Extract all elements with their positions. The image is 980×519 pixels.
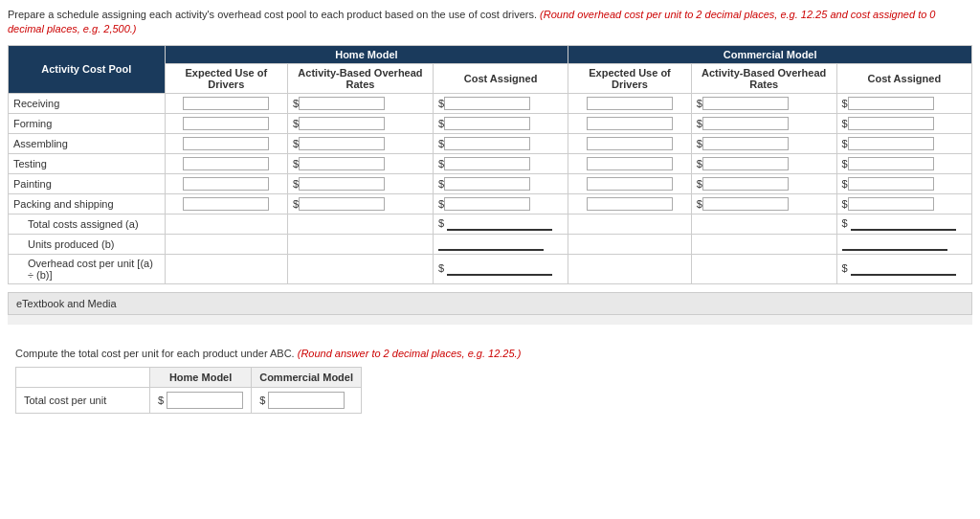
total-cost-per-unit-label: Total cost per unit (16, 387, 150, 413)
home-drivers-input-1[interactable] (183, 117, 269, 130)
home-cost-input-5[interactable] (444, 197, 530, 211)
activity-row-3: Testing$$$$ (9, 153, 972, 173)
comm-rate-input-4[interactable] (702, 177, 789, 191)
comm-rate-input-1[interactable] (702, 117, 789, 130)
overhead-cost-comm-input[interactable] (851, 262, 956, 276)
home-rate-input-1[interactable] (299, 117, 385, 130)
home-rate-input-0[interactable] (299, 97, 385, 110)
activity-row-5: Packing and shipping$$$$ (9, 193, 972, 214)
commercial-model-header: Commercial Model (568, 45, 972, 63)
comm-cost-input-1[interactable] (848, 117, 934, 130)
home-cost-input-1[interactable] (444, 117, 530, 130)
units-produced-home-input[interactable] (438, 237, 544, 251)
col-activity-header: Activity Cost Pool (9, 45, 166, 93)
total-costs-row: Total costs assigned (a) $ $ (9, 214, 972, 234)
comm-rate-input-0[interactable] (702, 97, 789, 110)
home-rate-input-2[interactable] (299, 137, 385, 150)
bottom-table: Home Model Commercial Model Total cost p… (15, 367, 362, 414)
etextbook-label: eTextbook and Media (16, 298, 117, 309)
total-costs-comm-input[interactable] (851, 217, 956, 231)
col-activity-rates-comm: Activity-Based Overhead Rates (691, 63, 836, 93)
home-cost-input-3[interactable] (444, 157, 530, 170)
comm-cost-input-5[interactable] (848, 197, 934, 211)
activity-label-3: Testing (9, 153, 166, 173)
instructions-text: Prepare a schedule assigning each activi… (8, 8, 972, 37)
comm-cost-input-3[interactable] (848, 157, 934, 170)
comm-drivers-input-4[interactable] (587, 177, 673, 191)
home-drivers-input-0[interactable] (183, 97, 269, 110)
etextbook-section: eTextbook and Media (8, 292, 972, 315)
units-produced-label: Units produced (b) (9, 234, 166, 254)
home-drivers-input-5[interactable] (183, 197, 269, 211)
home-cost-input-2[interactable] (444, 137, 530, 150)
home-rate-input-3[interactable] (299, 157, 385, 170)
home-cost-input-0[interactable] (444, 97, 530, 110)
total-costs-label: Total costs assigned (a) (9, 214, 166, 234)
home-drivers-input-4[interactable] (183, 177, 269, 191)
commercial-model-bottom-header: Commercial Model (252, 367, 362, 387)
activity-label-2: Assembling (9, 133, 166, 153)
home-model-bottom-header: Home Model (150, 367, 252, 387)
main-table: Activity Cost Pool Home Model Commercial… (8, 45, 972, 284)
comm-drivers-input-2[interactable] (587, 137, 673, 150)
units-produced-row: Units produced (b) (9, 234, 972, 254)
overhead-cost-label: Overhead cost per unit [(a) ÷ (b)] (9, 254, 166, 283)
comm-cost-input-0[interactable] (848, 97, 934, 110)
home-drivers-input-3[interactable] (183, 157, 269, 170)
section2-instructions: Compute the total cost per unit for each… (15, 348, 965, 359)
overhead-cost-home-input[interactable] (447, 262, 552, 276)
home-rate-input-4[interactable] (299, 177, 385, 191)
col-expected-drivers-home: Expected Use of Drivers (165, 63, 288, 93)
home-drivers-input-2[interactable] (183, 137, 269, 150)
activity-row-2: Assembling$$$$ (9, 133, 972, 153)
comm-cost-input-2[interactable] (848, 137, 934, 150)
total-cost-per-unit-row: Total cost per unit $ $ (16, 387, 362, 413)
activity-label-5: Packing and shipping (9, 193, 166, 214)
comm-drivers-input-0[interactable] (587, 97, 673, 110)
section2-red: (Round answer to 2 decimal places, e.g. … (298, 348, 522, 359)
home-rate-input-5[interactable] (299, 197, 385, 211)
overhead-cost-row: Overhead cost per unit [(a) ÷ (b)] $ $ (9, 254, 972, 283)
total-cost-comm-input[interactable] (268, 392, 345, 409)
activity-label-4: Painting (9, 173, 166, 193)
home-cost-input-4[interactable] (444, 177, 530, 191)
col-cost-assigned-comm: Cost Assigned (836, 63, 971, 93)
activity-row-1: Forming$$$$ (9, 113, 972, 133)
comm-rate-input-2[interactable] (702, 137, 789, 150)
activity-row-0: Receiving$$$$ (9, 93, 972, 113)
total-cost-home-input[interactable] (167, 392, 243, 409)
total-costs-home-input[interactable] (447, 217, 552, 231)
comm-drivers-input-3[interactable] (587, 157, 673, 170)
section2: Compute the total cost per unit for each… (8, 340, 972, 421)
col-activity-rates-home: Activity-Based Overhead Rates (288, 63, 434, 93)
activity-label-0: Receiving (9, 93, 166, 113)
activity-label-1: Forming (9, 113, 166, 133)
comm-drivers-input-5[interactable] (587, 197, 673, 211)
comm-drivers-input-1[interactable] (587, 117, 673, 130)
activity-row-4: Painting$$$$ (9, 173, 972, 193)
home-model-header: Home Model (165, 45, 568, 63)
comm-cost-input-4[interactable] (848, 177, 934, 191)
col-expected-drivers-comm: Expected Use of Drivers (568, 63, 692, 93)
comm-rate-input-5[interactable] (702, 197, 789, 211)
col-cost-assigned-home: Cost Assigned (433, 63, 568, 93)
units-produced-comm-input[interactable] (842, 237, 947, 251)
comm-rate-input-3[interactable] (702, 157, 789, 170)
